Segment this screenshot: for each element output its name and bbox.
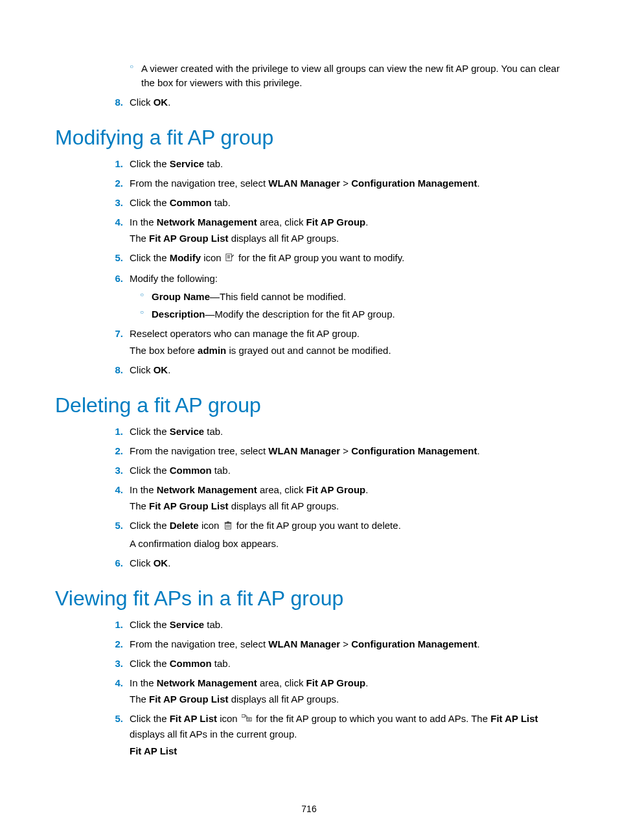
text: .	[168, 557, 170, 568]
text: Click the	[130, 658, 170, 669]
text-bold: Delete	[170, 520, 199, 531]
list-item: Reselect operators who can manage the fi…	[117, 327, 563, 358]
text: Click	[130, 97, 154, 108]
text: area, click	[257, 484, 306, 495]
text: The	[130, 233, 149, 244]
text: Reselect operators who can manage the fi…	[130, 328, 360, 339]
text: In the	[130, 677, 157, 688]
text: .	[365, 677, 368, 688]
text: Click the	[130, 465, 170, 476]
text: Click the	[130, 197, 170, 208]
text: icon	[201, 252, 224, 263]
document-page: A viewer created with the privilege to v…	[0, 0, 618, 840]
list-item: Click the Common tab.	[117, 463, 563, 478]
section-heading: Viewing fit APs in a fit AP group	[55, 585, 563, 611]
text: for the fit AP group you want to delete.	[234, 520, 401, 531]
text: for the fit AP group to which you want t…	[253, 713, 490, 724]
text-bold: admin	[198, 345, 226, 356]
text-bold: Service	[170, 158, 204, 169]
text: .	[365, 216, 368, 228]
text: .	[477, 445, 479, 456]
text-bold: Configuration Management	[351, 178, 477, 189]
list-item: Click the Common tab.	[117, 657, 563, 671]
svg-rect-0	[226, 254, 232, 261]
text: >	[340, 445, 351, 456]
list-item: From the navigation tree, select WLAN Ma…	[117, 176, 563, 191]
section-heading: Modifying a fit AP group	[55, 124, 563, 150]
list-icon	[242, 713, 252, 727]
svg-rect-13	[247, 718, 251, 721]
list-item: Click the Service tab.	[117, 618, 563, 632]
list-item: From the navigation tree, select WLAN Ma…	[117, 637, 563, 651]
text-bold: Fit AP Group	[306, 677, 366, 688]
text-bold: WLAN Manager	[268, 445, 340, 456]
text-bold: OK	[154, 557, 168, 568]
list-item: Click OK.	[117, 363, 563, 377]
text: Click the	[130, 252, 170, 263]
text-bold: Fit AP List	[490, 713, 538, 724]
list-item: In the Network Management area, click Fi…	[117, 483, 563, 514]
text-bold: Fit AP List	[130, 745, 177, 756]
text-bold: OK	[154, 97, 168, 108]
step-list: Click the Service tab.From the navigatio…	[55, 425, 563, 570]
text: tab.	[204, 426, 223, 437]
step-note: The Fit AP Group List displays all fit A…	[130, 692, 563, 706]
svg-rect-9	[227, 521, 229, 522]
text: A viewer created with the privilege to v…	[141, 63, 560, 88]
text: Modify the following:	[130, 273, 218, 284]
text: Click the	[130, 619, 170, 630]
text: Click the	[130, 713, 170, 724]
list-item: In the Network Management area, click Fi…	[117, 215, 563, 246]
text: The	[130, 500, 149, 511]
list-item: Click the Delete icon for the fit AP gro…	[117, 519, 563, 551]
text-bold: Common	[170, 465, 212, 476]
text: icon	[217, 713, 240, 724]
text: >	[340, 638, 351, 649]
text: displays all fit APs in the current grou…	[130, 729, 297, 740]
step-note: The Fit AP Group List displays all fit A…	[130, 499, 563, 513]
text: Click	[130, 364, 154, 375]
text-bold: Service	[170, 619, 204, 630]
text: tab.	[212, 658, 231, 669]
list-item: A viewer created with the privilege to v…	[130, 62, 563, 90]
text: The box before	[130, 345, 198, 356]
text-bold: Common	[170, 197, 212, 208]
step-note: The box before admin is grayed out and c…	[130, 344, 563, 358]
text-bold: WLAN Manager	[268, 638, 340, 649]
text: >	[340, 178, 351, 189]
text: A confirmation dialog box appears.	[130, 538, 279, 549]
text: is grayed out and cannot be modified.	[226, 345, 391, 356]
step-note: Fit AP List	[130, 744, 563, 758]
sub-list: Group Name—This field cannot be modified…	[130, 290, 563, 322]
text: .	[168, 364, 170, 375]
text-bold: Service	[170, 426, 204, 437]
text: In the	[130, 216, 157, 228]
list-item: Click the Service tab.	[117, 425, 563, 439]
text-bold: Fit AP Group	[306, 484, 366, 495]
list-item: Description—Modify the description for t…	[140, 307, 563, 321]
text-bold: Fit AP List	[170, 713, 217, 724]
text: .	[477, 178, 479, 189]
svg-rect-10	[242, 715, 245, 718]
text: tab.	[204, 619, 223, 630]
text: —This field cannot be modified.	[210, 291, 346, 302]
list-item: Modify the following:Group Name—This fie…	[117, 272, 563, 321]
list-item: Click OK.	[117, 95, 563, 110]
step-note: A confirmation dialog box appears.	[130, 537, 563, 551]
section-heading: Deleting a fit AP group	[55, 392, 563, 418]
step-note: The Fit AP Group List displays all fit A…	[130, 231, 563, 246]
text: .	[477, 638, 479, 649]
text: for the fit AP group you want to modify.	[236, 252, 404, 263]
text-bold: OK	[154, 364, 168, 375]
text: .	[365, 484, 368, 495]
text: The	[130, 694, 149, 705]
text: .	[168, 97, 170, 108]
text-bold: Description	[152, 309, 205, 320]
sections-container: Modifying a fit AP groupClick the Servic…	[55, 124, 563, 758]
text: tab.	[212, 197, 231, 208]
list-item: Click OK.	[117, 556, 563, 570]
text: displays all fit AP groups.	[229, 233, 339, 244]
text-bold: Network Management	[157, 484, 257, 495]
text-bold: Fit AP Group List	[149, 694, 229, 705]
text: From the navigation tree, select	[130, 178, 268, 189]
